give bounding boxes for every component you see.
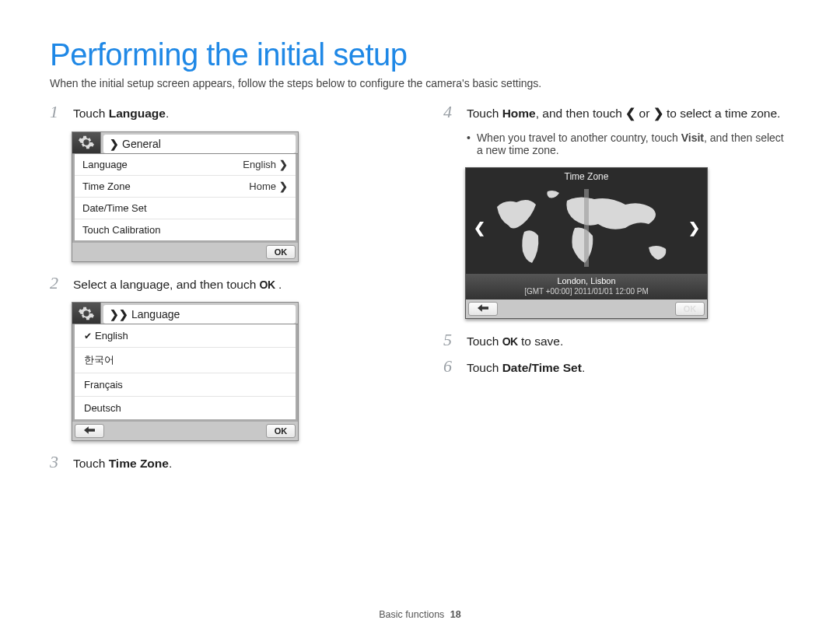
step-number: 2	[50, 275, 64, 292]
step4-post: to select a time zone.	[663, 107, 781, 120]
double-chevron-right-icon: ❯❯	[110, 308, 128, 321]
general-panel: ❯ General Language English ❯ Time Zone H…	[72, 131, 299, 262]
ok-icon: OK	[502, 335, 518, 348]
row-touchcal[interactable]: Touch Calibration	[75, 219, 296, 240]
chevron-right-icon: ❯	[279, 159, 288, 170]
step-number: 6	[443, 358, 457, 375]
step-6: 6 Touch Date/Time Set.	[443, 359, 790, 377]
lang-item-english[interactable]: ✔English	[75, 324, 296, 347]
language-panel: ❯❯ Language ✔English 한국어 Français	[72, 302, 299, 441]
step5-pre: Touch	[467, 335, 502, 348]
prev-timezone-button[interactable]: ❮	[474, 222, 485, 233]
page-title: Performing the initial setup	[50, 37, 790, 72]
step4-sub-pre: When you travel to another country, touc…	[477, 131, 681, 144]
ok-button[interactable]: OK	[266, 424, 296, 438]
step3-post: .	[169, 457, 172, 470]
chevron-right-icon: ❯	[653, 107, 663, 120]
step4-sub: When you travel to another country, touc…	[467, 131, 790, 156]
lang-item-label: Deutsch	[84, 402, 121, 414]
ok-button[interactable]: OK	[266, 245, 296, 259]
timezone-info: London, Lisbon [GMT +00:00] 2011/01/01 1…	[466, 274, 707, 299]
step4-bold: Home	[502, 107, 536, 120]
row-timezone-label: Time Zone	[82, 180, 131, 192]
general-tab-label: General	[122, 138, 161, 150]
timezone-title: Time Zone	[466, 168, 707, 182]
step1-pre: Touch	[73, 107, 109, 120]
intro-text: When the initial setup screen appears, f…	[50, 77, 790, 89]
footer-page-number: 18	[450, 609, 461, 620]
row-language[interactable]: Language English ❯	[75, 154, 296, 175]
next-timezone-button[interactable]: ❯	[688, 222, 699, 233]
step-4: 4 Touch Home, and then touch ❮ or ❯ to s…	[443, 105, 790, 122]
step-number: 4	[443, 103, 457, 121]
chevron-right-icon: ❯	[279, 180, 288, 192]
step2-post: .	[275, 278, 282, 291]
timezone-panel: Time Zone ❮ ❯	[465, 167, 708, 319]
ok-button[interactable]: OK	[675, 302, 705, 316]
step-number: 1	[50, 103, 64, 121]
right-column: 4 Touch Home, and then touch ❮ or ❯ to s…	[443, 105, 790, 482]
step4-sub-bold: Visit	[681, 131, 704, 144]
lang-item-korean[interactable]: 한국어	[75, 347, 296, 373]
step1-post: .	[166, 107, 169, 120]
row-datetime[interactable]: Date/Time Set	[75, 197, 296, 219]
svg-rect-0	[584, 189, 589, 267]
step4-pre: Touch	[467, 107, 502, 120]
gear-icon	[72, 303, 101, 324]
step6-bold: Date/Time Set	[502, 361, 582, 374]
back-arrow-icon	[478, 304, 488, 312]
step6-pre: Touch	[467, 361, 502, 374]
step5-post: to save.	[518, 335, 564, 348]
timezone-gmt-line: [GMT +00:00] 2011/01/01 12:00 PM	[466, 286, 707, 296]
row-timezone-value: Home	[249, 180, 276, 192]
step-5: 5 Touch OK to save.	[443, 333, 790, 350]
step1-bold: Language	[109, 107, 166, 120]
step-number: 3	[50, 454, 64, 471]
row-timezone[interactable]: Time Zone Home ❯	[75, 175, 296, 197]
back-button[interactable]	[75, 424, 104, 438]
step3-bold: Time Zone	[109, 457, 169, 470]
left-column: 1 Touch Language. ❯ General	[50, 105, 397, 482]
general-tab[interactable]: ❯ General	[103, 135, 296, 153]
language-tab-label: Language	[131, 308, 180, 321]
world-map-icon	[489, 185, 684, 271]
step4-or: or	[635, 107, 653, 120]
gear-icon	[72, 132, 101, 153]
check-icon: ✔	[84, 331, 92, 342]
step2-pre: Select a language, and then touch	[73, 278, 260, 291]
lang-item-label: Français	[84, 379, 123, 391]
step4-mid: , and then touch	[536, 107, 625, 120]
lang-item-french[interactable]: Français	[75, 373, 296, 396]
chevron-right-icon: ❯	[688, 219, 700, 236]
step6-post: .	[582, 361, 585, 374]
back-arrow-icon	[84, 426, 95, 434]
step-1: 1 Touch Language.	[50, 105, 397, 122]
lang-item-label: English	[95, 330, 128, 342]
page-footer: Basic functions 18	[0, 609, 840, 620]
step-number: 5	[443, 331, 457, 349]
step3-pre: Touch	[73, 457, 109, 470]
chevron-left-icon: ❮	[625, 107, 635, 120]
footer-label: Basic functions	[379, 609, 444, 620]
step-2: 2 Select a language, and then touch OK .	[50, 276, 397, 293]
language-tab[interactable]: ❯❯ Language	[103, 305, 296, 324]
lang-item-german[interactable]: Deutsch	[75, 396, 296, 419]
row-datetime-label: Date/Time Set	[82, 202, 147, 214]
row-language-label: Language	[82, 159, 128, 170]
row-touchcal-label: Touch Calibration	[82, 224, 160, 236]
chevron-left-icon: ❮	[474, 219, 485, 236]
timezone-location: London, Lisbon	[466, 275, 707, 286]
chevron-right-icon: ❯	[110, 138, 119, 150]
step-3: 3 Touch Time Zone.	[50, 455, 397, 472]
ok-icon: OK	[260, 278, 275, 291]
back-button[interactable]	[468, 302, 498, 316]
lang-item-label: 한국어	[84, 353, 114, 367]
row-language-value: English	[243, 159, 276, 170]
